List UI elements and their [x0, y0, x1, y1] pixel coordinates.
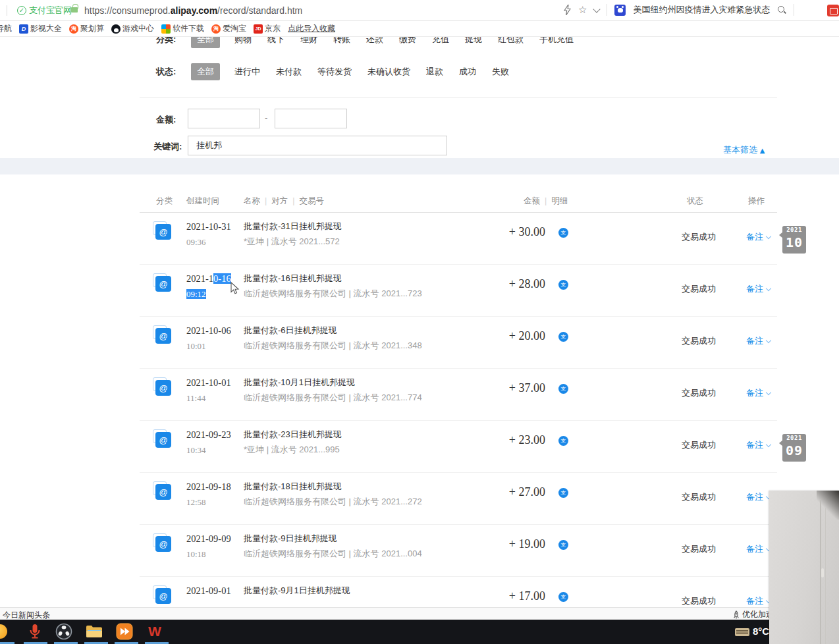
remark-action-link[interactable]: 备注	[746, 283, 771, 295]
status-row-option-4[interactable]: 未确认收货	[366, 63, 412, 80]
remark-action-link[interactable]: 备注	[746, 387, 771, 399]
header-created-time: 创建时间	[186, 196, 219, 207]
speed-up-button[interactable]: 优化加速	[732, 609, 774, 620]
file-explorer-icon[interactable]	[86, 625, 103, 642]
url-prefix: https://consumeprod.	[84, 5, 171, 16]
bookmark-item-1[interactable]: D影视大全	[19, 23, 62, 34]
bookmark-label: 影视大全	[30, 23, 62, 34]
row-title[interactable]: 批量付款-9月1日挂机邦提现	[244, 585, 350, 597]
alipay-detail-icon[interactable]: 支	[558, 228, 568, 238]
url-text[interactable]: https://consumeprod.alipay.com/record/st…	[84, 5, 302, 16]
bookmark-item-5[interactable]: 淘爱淘宝	[211, 23, 246, 34]
row-date: 2021-10-16	[186, 273, 231, 284]
obs-studio-icon[interactable]	[55, 623, 72, 640]
alipay-detail-icon[interactable]: 支	[558, 280, 568, 290]
cat-row-option-5[interactable]: 还款	[365, 37, 385, 48]
bookmark-item-7[interactable]: 点此导入收藏	[288, 23, 335, 34]
bookmark-item-0[interactable]: 导航	[0, 23, 12, 34]
month-badge: 202109	[782, 434, 806, 462]
badge-month: 10	[782, 234, 806, 250]
bookmark-label: 游戏中心	[122, 23, 154, 34]
cat-row-option-2[interactable]: 线下	[266, 37, 286, 48]
row-counterparty-txn: 临沂超铁网络服务有限公司 | 流水号 2021...723	[244, 288, 422, 300]
chevron-down-icon	[766, 286, 771, 291]
bookmark-item-2[interactable]: 淘聚划算	[69, 23, 104, 34]
remark-action-link[interactable]: 备注	[746, 543, 771, 555]
remark-action-link[interactable]: 备注	[746, 491, 771, 503]
amount-from-input[interactable]	[188, 109, 260, 128]
keyword-input[interactable]	[188, 136, 447, 155]
row-date: 2021-10-06	[186, 325, 231, 336]
alipay-detail-icon[interactable]: 支	[558, 592, 568, 602]
header-status: 状态	[687, 196, 703, 207]
row-title[interactable]: 批量付款-23日挂机邦提现	[244, 429, 342, 441]
alipay-detail-icon[interactable]: 支	[558, 332, 568, 342]
row-date: 2021-09-01	[186, 585, 231, 597]
cat-row-option-10[interactable]: 手机充值	[538, 37, 575, 48]
cat-row-option-9[interactable]: 红包款	[497, 37, 525, 48]
webcam-door-latch	[821, 568, 824, 577]
lightning-icon[interactable]	[564, 5, 571, 15]
alipay-detail-icon[interactable]: 支	[558, 488, 568, 498]
microphone-app-icon[interactable]	[26, 623, 43, 640]
search-icon[interactable]	[777, 5, 786, 14]
bookmark-item-6[interactable]: JD京东	[254, 23, 281, 34]
row-counterparty-txn: *亚坤 | 流水号 2021...572	[244, 236, 340, 248]
taskbar-app-icon-partial[interactable]	[0, 624, 7, 639]
browser-extension-icon[interactable]	[827, 5, 839, 16]
row-title[interactable]: 批量付款-10月1日挂机邦提现	[244, 377, 355, 389]
remark-action-link[interactable]: 备注	[746, 595, 771, 607]
https-lock-icon	[71, 7, 78, 13]
alipay-detail-icon[interactable]: 支	[558, 436, 568, 446]
remark-action-link[interactable]: 备注	[746, 231, 771, 243]
weather-temperature[interactable]: 8°C	[753, 626, 769, 637]
alipay-detail-icon[interactable]: 支	[558, 540, 568, 550]
status-row-option-7[interactable]: 失败	[491, 63, 510, 80]
address-bar-divider	[7, 5, 7, 16]
remark-action-link[interactable]: 备注	[746, 335, 771, 347]
amount-to-input[interactable]	[275, 109, 347, 128]
wps-office-icon[interactable]: W	[146, 623, 163, 640]
batch-payment-icon: @	[155, 224, 173, 241]
rocket-icon	[732, 610, 740, 620]
cat-row-option-1[interactable]: 购物	[233, 37, 253, 48]
bookmark-item-3[interactable]: 游戏中心	[111, 23, 154, 34]
cat-row-option-0[interactable]: 全部	[191, 37, 220, 48]
cat-row-option-4[interactable]: 转账	[332, 37, 352, 48]
remark-action-link[interactable]: 备注	[746, 439, 771, 451]
input-method-keyboard-icon[interactable]	[735, 628, 749, 636]
transaction-row: @2021-10-1609:12批量付款-16日挂机邦提现临沂超铁网络服务有限公…	[0, 265, 839, 317]
row-title[interactable]: 批量付款-18日挂机邦提现	[244, 481, 342, 493]
alipay-detail-icon[interactable]: 支	[558, 384, 568, 394]
cat-row-option-8[interactable]: 提现	[464, 37, 483, 48]
row-title[interactable]: 批量付款-9日挂机邦提现	[244, 533, 337, 545]
row-status: 交易成功	[682, 387, 716, 399]
header-counterparty: 对方	[271, 196, 288, 205]
status-row-option-3[interactable]: 等待发货	[316, 63, 353, 80]
cat-row-option-6[interactable]: 缴费	[398, 37, 418, 48]
remark-label: 备注	[746, 440, 763, 450]
row-date: 2021-10-31	[186, 221, 231, 232]
chevron-down-icon[interactable]	[593, 5, 601, 13]
cat-row-option-3[interactable]: 理财	[299, 37, 319, 48]
bookmark-label: 爱淘宝	[223, 23, 246, 34]
status-row-option-6[interactable]: 成功	[458, 63, 477, 80]
status-row-option-5[interactable]: 退款	[425, 63, 445, 80]
status-row-option-2[interactable]: 未付款	[275, 63, 303, 80]
basic-filter-toggle[interactable]: 基本筛选 ▲	[723, 144, 765, 156]
site-verified-badge[interactable]: ✓ 支付宝官网	[17, 5, 72, 16]
windows-taskbar: W 8°C	[0, 620, 839, 644]
badge-year: 2021	[782, 226, 806, 234]
browser-address-bar: ✓ 支付宝官网 https://consumeprod.alipay.com/r…	[0, 0, 839, 21]
row-amount: + 27.00	[453, 485, 545, 499]
status-row-option-1[interactable]: 进行中	[233, 63, 261, 80]
bookmark-star-icon[interactable]: ☆	[578, 4, 587, 16]
status-row-option-0[interactable]: 全部	[191, 63, 220, 80]
row-title[interactable]: 批量付款-31日挂机邦提现	[244, 221, 342, 232]
news-ticker-text[interactable]: 美国纽约州因疫情进入灾难紧急状态	[633, 4, 770, 16]
bookmark-item-4[interactable]: 软件下载	[161, 23, 204, 34]
screen-recorder-icon[interactable]	[116, 623, 133, 640]
row-title[interactable]: 批量付款-16日挂机邦提现	[244, 273, 342, 284]
cat-row-option-7[interactable]: 充值	[431, 37, 450, 48]
row-title[interactable]: 批量付款-6日挂机邦提现	[244, 325, 337, 336]
